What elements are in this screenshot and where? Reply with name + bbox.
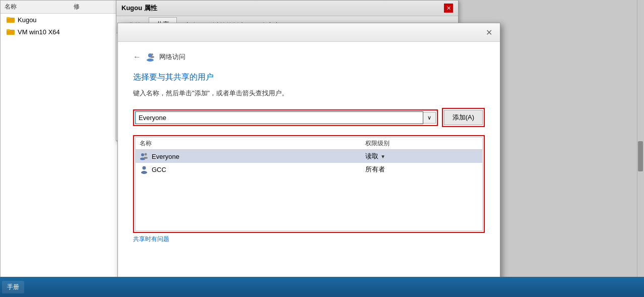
nav-back-row: ← 网络访问 <box>133 52 485 62</box>
vm-label: VM win10 X64 <box>18 28 60 36</box>
perm-value-everyone: 读取 <box>365 152 378 161</box>
perm-dropdown-everyone[interactable]: 读取 ▼ <box>365 152 385 161</box>
dialog-heading: 选择要与其共享的用户 <box>133 72 485 83</box>
properties-title: Kugou 属性 <box>121 4 157 13</box>
network-access-dialog: ✕ ← 网络访问 选择要与其共享的用户 键入名称，然后单击"添加"，或者单击箭头… <box>117 23 500 292</box>
svg-point-10 <box>145 153 147 156</box>
network-title-bar: ✕ <box>118 23 500 42</box>
perm-value-gcc: 所有者 <box>365 165 385 174</box>
folder-icon-vm <box>7 28 15 36</box>
svg-rect-1 <box>7 17 10 19</box>
table-header: 名称 权限级别 <box>136 138 482 150</box>
row-name-gcc: GCC <box>140 165 365 174</box>
svg-point-11 <box>144 157 148 159</box>
user-name-input[interactable] <box>135 111 423 124</box>
everyone-name: Everyone <box>152 153 179 160</box>
col-name-header: 名称 <box>5 3 17 10</box>
svg-rect-3 <box>7 29 10 31</box>
taskbar-start[interactable]: 手册 <box>2 281 24 293</box>
network-nav-icon <box>145 52 155 62</box>
share-table-inner: 名称 权限级别 Everyone <box>135 137 483 231</box>
svg-point-13 <box>141 171 147 174</box>
add-button-wrapper: 添加(A) <box>442 108 485 127</box>
user-dropdown-button[interactable]: ∨ <box>423 112 436 124</box>
svg-point-6 <box>151 53 153 55</box>
nav-title-label: 网络访问 <box>159 52 185 62</box>
taskbar: 手册 <box>0 277 644 297</box>
row-name-everyone: Everyone <box>140 152 365 161</box>
svg-point-8 <box>141 153 144 156</box>
input-wrapper: ∨ <box>133 109 438 126</box>
dialog-description: 键入名称，然后单击"添加"，或者单击箭头查找用户。 <box>133 89 485 98</box>
share-problem-link[interactable]: 共享时有问题 <box>133 235 169 243</box>
everyone-icon <box>140 152 149 161</box>
scrollbar-track <box>637 0 644 297</box>
table-row[interactable]: GCC 所有者 <box>136 163 482 176</box>
row-perm-everyone: 读取 ▼ <box>365 152 478 161</box>
gcc-name: GCC <box>152 166 166 173</box>
scrollbar-thumb[interactable] <box>638 141 643 171</box>
network-content: ← 网络访问 选择要与其共享的用户 键入名称，然后单击"添加"，或者单击箭头查找… <box>118 42 500 254</box>
col-modify-header: 修 <box>74 3 80 10</box>
properties-close-button[interactable]: ✕ <box>444 4 453 13</box>
perm-arrow-icon: ▼ <box>380 154 385 159</box>
folder-icon <box>7 16 15 24</box>
svg-point-7 <box>150 56 154 58</box>
user-icon <box>140 165 149 174</box>
kugou-label: Kugou <box>18 16 37 24</box>
svg-point-12 <box>143 166 146 170</box>
back-arrow-icon[interactable]: ← <box>133 52 141 62</box>
add-button[interactable]: 添加(A) <box>444 110 483 125</box>
table-data-area: Everyone 读取 ▼ <box>136 150 482 230</box>
col-name-header: 名称 <box>140 139 365 148</box>
svg-point-5 <box>147 58 154 62</box>
col-perm-header: 权限级别 <box>365 139 478 148</box>
row-perm-gcc: 所有者 <box>365 165 478 174</box>
properties-title-bar: Kugou 属性 ✕ <box>116 1 458 16</box>
table-row[interactable]: Everyone 读取 ▼ <box>136 150 482 163</box>
network-close-button[interactable]: ✕ <box>484 27 494 37</box>
user-input-row: ∨ 添加(A) <box>133 108 485 127</box>
share-table-wrapper: 名称 权限级别 Everyone <box>133 135 485 233</box>
network-title-text <box>124 29 126 36</box>
